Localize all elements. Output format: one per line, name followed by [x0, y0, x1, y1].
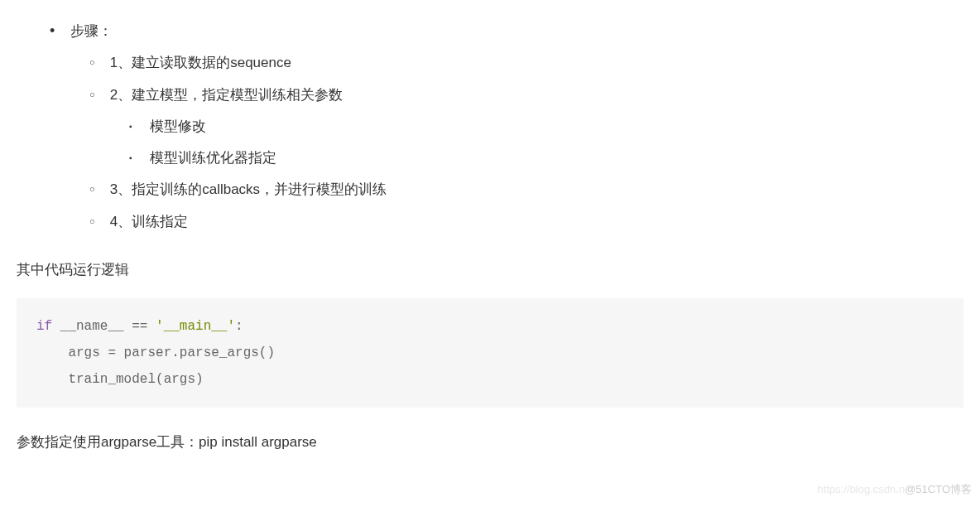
code-eq: == — [132, 319, 156, 334]
code-ident-name: __name__ — [52, 319, 132, 334]
code-block: if __name__ == '__main__': args = parser… — [17, 298, 963, 408]
step-item-2-sublist: 模型修改 模型训练优化器指定 — [106, 113, 963, 172]
steps-items: 1、建立读取数据的sequence 2、建立模型，指定模型训练相关参数 模型修改… — [66, 50, 963, 235]
steps-title: 步骤： 1、建立读取数据的sequence 2、建立模型，指定模型训练相关参数 … — [66, 17, 963, 235]
step-item-2-label: 2、建立模型，指定模型训练相关参数 — [110, 87, 343, 103]
watermark-text: @51CTO博客 — [905, 483, 972, 487]
paragraph-code-logic: 其中代码运行逻辑 — [17, 257, 963, 283]
step-item-4: 4、训练指定 — [106, 209, 963, 235]
step-item-2-sub-1: 模型修改 — [146, 113, 963, 140]
step-item-4-label: 4、训练指定 — [110, 214, 188, 229]
paragraph-argparse: 参数指定使用argparse工具：pip install argparse — [17, 429, 963, 456]
code-colon: : — [235, 319, 243, 334]
step-item-2-sub-2: 模型训练优化器指定 — [146, 145, 963, 171]
watermark-faint: https://blog.csdn.n — [818, 483, 906, 487]
watermark: https://blog.csdn.n@51CTO博客 — [818, 480, 972, 487]
code-keyword-if: if — [36, 319, 52, 334]
code-string-main: '__main__' — [156, 319, 235, 334]
step-item-1-label: 1、建立读取数据的sequence — [110, 55, 291, 70]
step-item-2-sub-2-label: 模型训练优化器指定 — [150, 150, 276, 166]
code-line-2: args = parser.parse_args() — [36, 345, 275, 360]
step-item-2-sub-1-label: 模型修改 — [150, 118, 206, 134]
step-item-2: 2、建立模型，指定模型训练相关参数 模型修改 模型训练优化器指定 — [106, 82, 963, 172]
step-item-3: 3、指定训练的callbacks，并进行模型的训练 — [106, 176, 963, 203]
step-item-1: 1、建立读取数据的sequence — [106, 50, 963, 76]
steps-list: 步骤： 1、建立读取数据的sequence 2、建立模型，指定模型训练相关参数 … — [17, 17, 963, 235]
step-item-3-label: 3、指定训练的callbacks，并进行模型的训练 — [110, 181, 387, 197]
code-line-3: train_model(args) — [36, 372, 204, 387]
steps-title-text: 步骤： — [70, 23, 113, 39]
